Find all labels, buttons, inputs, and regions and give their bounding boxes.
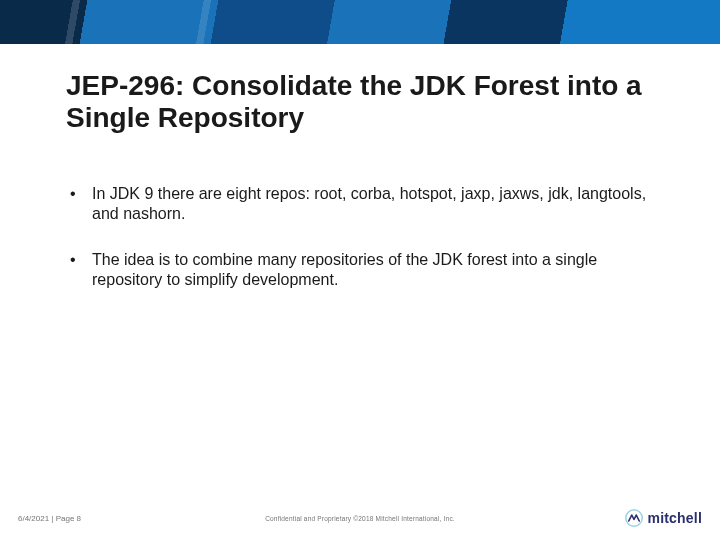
bullet-item: • In JDK 9 there are eight repos: root, … xyxy=(70,184,650,224)
slide-body: • In JDK 9 there are eight repos: root, … xyxy=(70,184,650,316)
slide-title: JEP-296: Consolidate the JDK Forest into… xyxy=(66,70,666,134)
slide: JEP-296: Consolidate the JDK Forest into… xyxy=(0,0,720,540)
header-banner xyxy=(0,0,720,44)
bullet-item: • The idea is to combine many repositori… xyxy=(70,250,650,290)
bullet-text: In JDK 9 there are eight repos: root, co… xyxy=(92,184,650,224)
bullet-text: The idea is to combine many repositories… xyxy=(92,250,650,290)
bullet-marker: • xyxy=(70,250,92,290)
bullet-marker: • xyxy=(70,184,92,224)
footer: 6/4/2021 | Page 8 Confidential and Propr… xyxy=(18,506,702,530)
logo-mark-icon xyxy=(625,509,643,527)
footer-center: Confidential and Proprietary ©2018 Mitch… xyxy=(18,515,702,522)
